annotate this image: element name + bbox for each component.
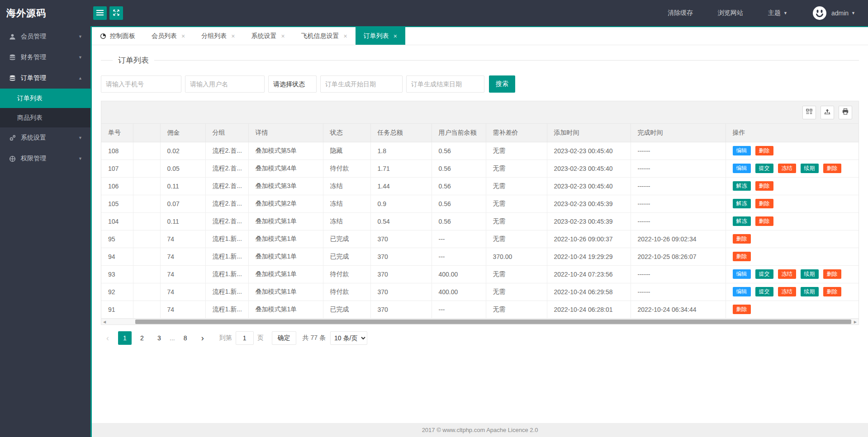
sidebar-item-系统设置[interactable]: 系统设置▼ <box>0 127 90 148</box>
续期-button[interactable]: 续期 <box>801 269 819 279</box>
sidebar-item-订单管理[interactable]: 订单管理▲ <box>0 68 90 89</box>
cell-commission: 0.02 <box>160 142 205 160</box>
hamburger-icon <box>96 9 104 17</box>
close-icon[interactable]: × <box>281 33 285 39</box>
删除-button[interactable]: 删除 <box>755 216 773 226</box>
cell-id: 94 <box>101 248 133 265</box>
user-menu[interactable]: admin ▼ <box>831 9 855 17</box>
cell-group: 流程2.首... <box>205 212 248 230</box>
confirm-button[interactable]: 确定 <box>272 331 296 345</box>
tab-飞机信息设置[interactable]: 飞机信息设置× <box>293 27 356 45</box>
export-button[interactable] <box>821 106 834 119</box>
tab-label: 系统设置 <box>251 32 276 40</box>
page-button-8[interactable]: 8 <box>179 331 192 345</box>
page-button-1[interactable]: 1 <box>118 331 132 345</box>
next-page-button[interactable]: › <box>196 331 209 345</box>
删除-button[interactable]: 删除 <box>823 287 841 297</box>
删除-button[interactable]: 删除 <box>823 269 841 279</box>
cell-detail: 叠加模式第1单 <box>248 283 323 301</box>
table-row: 9374流程1.新...叠加模式第1单待付款370400.00无需2022-10… <box>101 265 859 283</box>
tab-系统设置[interactable]: 系统设置× <box>243 27 293 45</box>
删除-button[interactable]: 删除 <box>733 234 751 244</box>
解冻-button[interactable]: 解冻 <box>733 199 751 209</box>
编辑-button[interactable]: 编辑 <box>733 269 751 279</box>
close-icon[interactable]: × <box>344 33 347 39</box>
tab-会员列表[interactable]: 会员列表× <box>143 27 193 45</box>
cell-balance: 0.56 <box>432 142 486 160</box>
tab-控制面板[interactable]: 控制面板 <box>92 27 143 45</box>
提交-button[interactable]: 提交 <box>755 287 773 297</box>
解冻-button[interactable]: 解冻 <box>733 216 751 226</box>
theme-menu[interactable]: 主题 ▼ <box>768 9 787 17</box>
chevron-up-icon: ▲ <box>78 76 82 80</box>
编辑-button[interactable]: 编辑 <box>733 287 751 297</box>
avatar[interactable] <box>812 6 827 20</box>
table-row: 1070.05流程2.首...叠加模式第4单待付款1.710.56无需2023-… <box>101 160 859 177</box>
table-row: 9474流程1.新...叠加模式第1单已完成370---370.002022-1… <box>101 248 859 265</box>
tab-分组列表[interactable]: 分组列表× <box>193 27 243 45</box>
prev-page-button[interactable]: ‹ <box>101 331 114 345</box>
冻结-button[interactable]: 冻结 <box>778 287 796 297</box>
删除-button[interactable]: 删除 <box>755 199 773 209</box>
cell-group: 流程2.首... <box>205 160 248 177</box>
删除-button[interactable]: 删除 <box>755 181 773 191</box>
close-icon[interactable]: × <box>181 33 185 39</box>
status-select[interactable]: 请选择状态 <box>268 75 317 93</box>
horizontal-scrollbar[interactable]: ◀ ▶ <box>101 319 859 324</box>
提交-button[interactable]: 提交 <box>755 164 773 174</box>
cell-finished: 2022-10-26 09:02:34 <box>631 230 726 248</box>
page-button-2[interactable]: 2 <box>135 331 149 345</box>
close-icon[interactable]: × <box>231 33 235 39</box>
sidebar-toggle-button[interactable] <box>93 6 107 20</box>
编辑-button[interactable]: 编辑 <box>733 146 751 156</box>
scroll-right-icon[interactable]: ▶ <box>854 319 857 325</box>
删除-button[interactable]: 删除 <box>733 252 751 262</box>
sidebar-item-权限管理[interactable]: 权限管理▼ <box>0 148 90 169</box>
scrollbar-thumb[interactable] <box>135 320 851 324</box>
fullscreen-button[interactable] <box>109 6 123 20</box>
cell-finished: 2022-10-24 06:34:44 <box>631 301 726 318</box>
scroll-left-icon[interactable]: ◀ <box>103 319 106 325</box>
cell-actions: 编辑提交冻结续期删除 <box>726 283 859 301</box>
cell-actions: 解冻删除 <box>726 212 859 230</box>
table-toolbar <box>101 101 859 124</box>
sidebar-item-会员管理[interactable]: 会员管理▼ <box>0 26 90 47</box>
filter-columns-button[interactable] <box>802 106 816 119</box>
page-size-select[interactable]: 10 条/页 <box>330 331 367 345</box>
goto-page-input[interactable] <box>236 331 254 345</box>
cell-diff: 无需 <box>486 230 547 248</box>
tab-订单列表[interactable]: 订单列表× <box>356 27 405 45</box>
search-button[interactable]: 搜索 <box>489 75 515 93</box>
browse-site-link[interactable]: 浏览网站 <box>718 9 743 17</box>
end-date-input[interactable] <box>406 75 484 93</box>
cell-status: 待付款 <box>323 160 370 177</box>
cell-blank <box>133 195 160 212</box>
续期-button[interactable]: 续期 <box>801 164 819 174</box>
username-input[interactable] <box>185 75 265 93</box>
续期-button[interactable]: 续期 <box>801 287 819 297</box>
page-button-3[interactable]: 3 <box>152 331 166 345</box>
gears-icon <box>9 134 16 141</box>
fullscreen-icon <box>113 9 120 18</box>
cell-actions: 删除 <box>726 301 859 318</box>
cell-status: 待付款 <box>323 283 370 301</box>
cell-blank <box>133 230 160 248</box>
解冻-button[interactable]: 解冻 <box>733 181 751 191</box>
编辑-button[interactable]: 编辑 <box>733 164 751 174</box>
tab-label: 控制面板 <box>110 32 135 40</box>
clear-cache-link[interactable]: 清除缓存 <box>668 9 693 17</box>
print-button[interactable] <box>839 106 852 119</box>
删除-button[interactable]: 删除 <box>733 305 751 315</box>
phone-input[interactable] <box>101 75 181 93</box>
冻结-button[interactable]: 冻结 <box>778 164 796 174</box>
删除-button[interactable]: 删除 <box>755 146 773 156</box>
提交-button[interactable]: 提交 <box>755 269 773 279</box>
start-date-input[interactable] <box>320 75 403 93</box>
冻结-button[interactable]: 冻结 <box>778 269 796 279</box>
close-icon[interactable]: × <box>394 33 397 39</box>
sidebar-subitem-商品列表[interactable]: 商品列表 <box>0 108 90 127</box>
sidebar-item-label: 系统设置 <box>21 134 46 142</box>
sidebar-item-财务管理[interactable]: 财务管理▼ <box>0 47 90 68</box>
sidebar-subitem-订单列表[interactable]: 订单列表 <box>0 89 90 108</box>
删除-button[interactable]: 删除 <box>823 164 841 174</box>
